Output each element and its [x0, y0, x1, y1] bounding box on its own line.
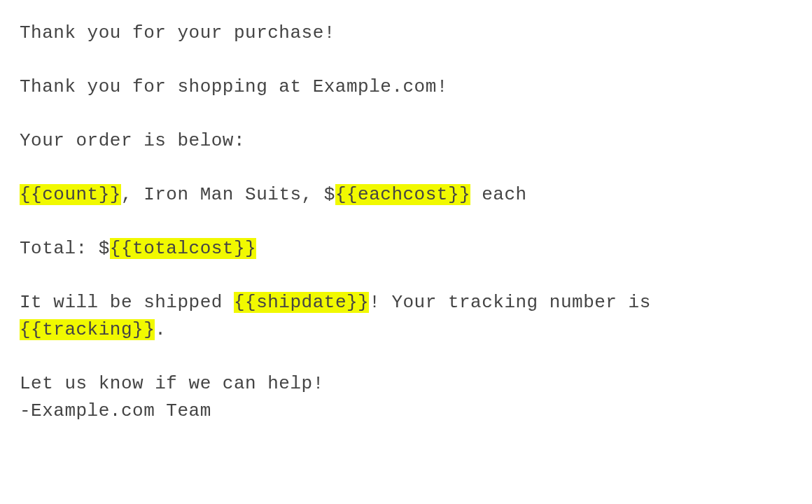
line-item-sep1: , [121, 184, 144, 205]
shipdate-placeholder: {{shipdate}} [234, 292, 369, 313]
shipping-line: It will be shipped {{shipdate}}! Your tr… [20, 289, 792, 344]
greeting-line: Thank you for shopping at Example.com! [20, 74, 792, 101]
shipping-suffix: . [155, 319, 166, 340]
order-intro-text: Your order is below: [20, 130, 245, 151]
closing-line-1: Let us know if we can help! [20, 370, 792, 398]
tracking-placeholder: {{tracking}} [20, 319, 155, 340]
greeting-text: Thank you for shopping at Example.com! [20, 76, 448, 97]
total-line: Total: ${{totalcost}} [20, 235, 792, 262]
closing-text-1: Let us know if we can help! [20, 373, 324, 394]
line-item-sep2: , $ [302, 184, 335, 205]
line-item: {{count}}, Iron Man Suits, ${{eachcost}}… [20, 181, 792, 209]
count-placeholder: {{count}} [20, 184, 121, 205]
shipping-prefix: It will be shipped [20, 292, 234, 313]
shipping-mid: ! Your tracking number is [369, 292, 651, 313]
closing-text-2: -Example.com Team [20, 400, 211, 421]
closing-line-2: -Example.com Team [20, 398, 792, 425]
total-prefix: Total: $ [20, 238, 110, 259]
eachcost-placeholder: {{eachcost}} [335, 184, 470, 205]
totalcost-placeholder: {{totalcost}} [110, 238, 256, 259]
heading-text: Thank you for your purchase! [20, 22, 335, 43]
product-name: Iron Man Suits [144, 184, 301, 205]
each-suffix: each [470, 184, 527, 205]
heading-line: Thank you for your purchase! [20, 20, 792, 47]
order-intro-line: Your order is below: [20, 127, 792, 155]
